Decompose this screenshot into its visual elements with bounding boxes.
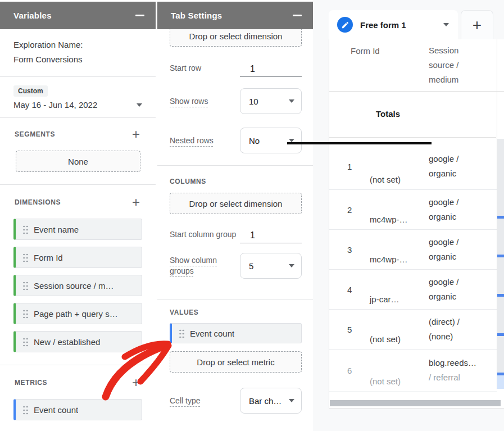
row-index: 5 — [347, 325, 352, 334]
chip-label: Session source / m… — [34, 281, 114, 291]
tab-settings-panel-header: Tab Settings — [157, 2, 313, 29]
add-segment-button[interactable]: + — [128, 126, 144, 143]
bar-chart-highlight — [497, 375, 504, 389]
show-column-groups-select[interactable]: 5 — [240, 253, 302, 279]
drag-handle-icon — [22, 281, 29, 291]
row-form-id: (not set) — [370, 376, 401, 386]
row-session-source: blog.reeds… / referral — [429, 356, 474, 385]
tab-settings-title: Tab Settings — [171, 11, 222, 20]
add-tab-button[interactable]: + — [461, 10, 493, 39]
cell-type-label: Cell type — [170, 396, 200, 406]
tab-title: Free form 1 — [360, 20, 406, 30]
annotation-line — [287, 142, 432, 144]
start-row-input[interactable]: 1 — [240, 59, 302, 77]
start-column-input[interactable]: 1 — [240, 225, 302, 243]
table-row[interactable]: 1 (not set) google / organic — [329, 143, 497, 190]
table-row[interactable]: 6 (not set) blog.reeds… / referral — [329, 350, 497, 392]
minimize-icon[interactable] — [135, 15, 144, 16]
show-rows-select[interactable]: 10 — [240, 88, 302, 114]
table-row[interactable]: 3 mc4wp-… google / organic — [329, 230, 497, 270]
values-drop-label: Drop or select metric — [197, 357, 274, 367]
drag-handle-icon — [22, 337, 29, 347]
metrics-label: METRICS — [15, 379, 47, 387]
horizontal-scrollbar[interactable] — [330, 400, 501, 406]
nested-rows-setting: Nested rows No — [170, 128, 302, 153]
values-label: VALUES — [170, 308, 313, 316]
add-metric-button[interactable]: + — [128, 374, 144, 391]
dimension-chip[interactable]: Page path + query s… — [13, 303, 142, 324]
start-column-setting: Start column group 1 — [170, 225, 302, 243]
dimensions-list: Event name Form Id Session source / m… P… — [0, 219, 156, 352]
row-session-source: google / organic — [429, 195, 474, 224]
column-header-form-id[interactable]: Form Id — [351, 46, 380, 56]
metrics-list: Event count — [0, 399, 156, 420]
bar-chart-bar — [497, 255, 504, 257]
chevron-down-icon — [443, 23, 449, 26]
rows-drop-label: Drop or select dimension — [189, 31, 283, 41]
chip-label: Event name — [34, 225, 79, 234]
chip-label: Event count — [34, 405, 78, 415]
cell-type-setting: Cell type Bar ch… — [170, 388, 302, 414]
tab-settings-panel: Tab Settings Drop or select dimension St… — [157, 2, 313, 431]
chevron-down-icon — [289, 264, 294, 267]
table-row[interactable]: 5 (not set) (direct) / (none) — [329, 310, 497, 350]
dimension-chip[interactable]: Event name — [13, 219, 142, 240]
segments-drop-zone[interactable]: None — [16, 151, 140, 172]
show-column-groups-label: Show column groups — [170, 255, 236, 276]
bar-chart-bar — [497, 294, 504, 297]
table-rows: 1 (not set) google / organic 2 mc4wp-… g… — [329, 143, 497, 392]
chevron-down-icon — [289, 399, 294, 402]
row-session-source: google / organic — [429, 152, 474, 181]
exploration-name-label: Exploration Name: — [13, 38, 142, 52]
chip-label: Form Id — [34, 253, 63, 262]
date-range-selector[interactable]: May 16 - Jun 14, 2022 — [13, 100, 142, 110]
date-range-block: Custom May 16 - Jun 14, 2022 — [0, 77, 156, 117]
segments-empty-label: None — [68, 157, 88, 166]
start-row-setting: Start row 1 — [170, 59, 302, 77]
dimension-chip[interactable]: Session source / m… — [13, 275, 142, 296]
row-form-id: (not set) — [370, 334, 401, 344]
minimize-icon[interactable] — [293, 15, 302, 16]
drag-handle-icon — [22, 253, 29, 262]
row-index: 6 — [347, 366, 352, 375]
values-drop-zone[interactable]: Drop or select metric — [170, 351, 302, 373]
value-metric-chip[interactable]: Event count — [170, 323, 302, 343]
show-rows-label: Show rows — [170, 96, 208, 107]
date-custom-badge: Custom — [13, 85, 48, 97]
column-header-session-source[interactable]: Session source / medium — [429, 43, 475, 87]
row-form-id: (not set) — [370, 175, 401, 184]
cell-type-select[interactable]: Bar ch… — [240, 388, 302, 414]
divider — [157, 300, 313, 300]
row-form-id: jp-car… — [370, 294, 399, 304]
bar-chart-bar — [497, 216, 504, 219]
nested-rows-select[interactable]: No — [240, 128, 302, 153]
row-form-id: mc4wp-… — [370, 255, 408, 264]
segments-label: SEGMENTS — [15, 130, 55, 138]
edit-icon — [337, 17, 353, 33]
tab-free-form-1[interactable]: Free form 1 — [329, 10, 458, 39]
divider — [329, 91, 504, 92]
cell-type-value: Bar ch… — [249, 396, 281, 406]
row-index: 2 — [347, 205, 352, 215]
table-row[interactable]: 2 mc4wp-… google / organic — [329, 190, 497, 230]
show-rows-setting: Show rows 10 — [170, 88, 302, 114]
show-column-groups-value: 5 — [249, 261, 253, 271]
date-range-value: May 16 - Jun 14, 2022 — [13, 100, 97, 110]
exploration-name-block[interactable]: Exploration Name: Form Conversions — [0, 29, 156, 67]
variables-panel-body: Exploration Name: Form Conversions Custo… — [0, 29, 156, 420]
row-session-source: (direct) / (none) — [429, 315, 474, 344]
variables-panel-title: Variables — [13, 11, 52, 20]
dimension-chip[interactable]: Form Id — [13, 247, 142, 268]
report-table-card: Form Id Session source / medium Totals 1… — [329, 39, 504, 409]
dimensions-section-header: DIMENSIONS + — [0, 185, 156, 211]
drag-handle-icon — [22, 309, 29, 319]
add-dimension-button[interactable]: + — [128, 194, 144, 211]
row-session-source: google / organic — [429, 235, 474, 264]
metric-chip[interactable]: Event count — [13, 399, 142, 420]
table-row[interactable]: 4 jp-car… google / organic — [329, 270, 497, 310]
dimension-chip[interactable]: New / established — [13, 331, 142, 352]
report-canvas: Free form 1 + Form Id Session source / m… — [313, 0, 504, 431]
exploration-name-value: Form Conversions — [13, 52, 142, 67]
columns-drop-zone[interactable]: Drop or select dimension — [170, 193, 302, 214]
nested-rows-label: Nested rows — [170, 135, 214, 146]
